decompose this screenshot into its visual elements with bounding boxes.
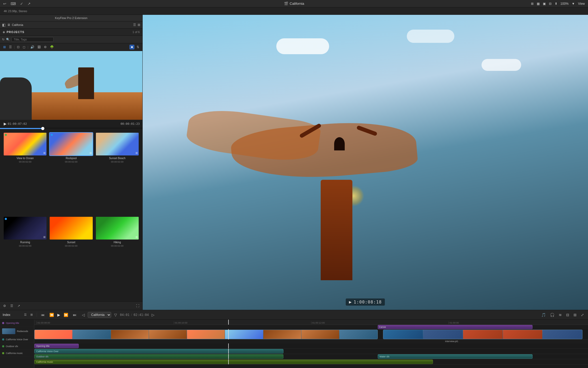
music-clip[interactable]: California music xyxy=(34,360,433,364)
clip-thumb-beach[interactable]: ⊞ xyxy=(95,132,139,156)
thumb-5 xyxy=(187,330,225,339)
canoe-label-clip: Canoe xyxy=(378,325,533,329)
clip-thumb-hiking[interactable]: ⊞ xyxy=(95,216,139,240)
track-row-opening[interactable]: Opening title xyxy=(34,343,588,349)
next-btn[interactable]: ⏩ xyxy=(62,312,69,318)
cloud-2 xyxy=(482,59,521,71)
index-tab-label[interactable]: Index xyxy=(3,313,10,317)
clip-thumb-sunset[interactable] xyxy=(49,216,93,240)
view-btn[interactable]: View xyxy=(578,2,585,6)
list-item[interactable]: ⊞ Sunset Beach 00:00:02:00 xyxy=(95,132,139,214)
grid-view-icon[interactable]: ⊞ xyxy=(138,23,140,27)
opening-title-clip[interactable]: Opening title xyxy=(34,344,79,348)
cloud-3 xyxy=(407,30,454,43)
track-row-music[interactable]: California music xyxy=(34,359,588,365)
clips-grid: ⊞ View to Ocean 00:00:02:00 ⊞ Rockpool 0… xyxy=(0,129,142,301)
audio-tool-btn[interactable]: 🎵 xyxy=(540,312,547,318)
audio-btn[interactable]: 🔊 xyxy=(29,45,35,49)
video-clip-canoe[interactable] xyxy=(383,330,582,339)
index-list-btn[interactable]: ☰ xyxy=(23,312,28,317)
video-clip-main[interactable] xyxy=(34,330,378,339)
track-label-voiceover[interactable]: California Voice Over xyxy=(0,336,34,343)
grid-view-btn[interactable]: ⊞ xyxy=(2,45,7,49)
tree-btn[interactable]: 🌳 xyxy=(49,45,55,49)
prev-btn[interactable]: ⏪ xyxy=(48,312,55,318)
main-preview-background xyxy=(143,15,588,310)
thumb-size-large-btn[interactable]: ◻ xyxy=(22,45,26,49)
viewer-play-icon[interactable]: ▶ xyxy=(349,300,352,304)
go-end-btn[interactable]: ⏭ xyxy=(72,312,78,318)
clip-thumb-running[interactable]: ⊞ xyxy=(3,216,47,240)
grid-icon[interactable]: ⊞ xyxy=(531,2,534,6)
layout-icon[interactable]: ▦ xyxy=(537,2,540,6)
voiceover-clip[interactable]: California Voice Over xyxy=(34,349,283,353)
expand-btn[interactable]: ▽ xyxy=(113,312,118,318)
waveform-btn[interactable]: ≋ xyxy=(557,312,563,318)
search-input[interactable] xyxy=(11,37,54,42)
go-start-btn[interactable]: ⏮ xyxy=(40,312,46,318)
undo-icon[interactable]: ↩ xyxy=(3,2,6,6)
search-icon: 🔍 xyxy=(6,38,10,41)
sort-btn[interactable]: ⇅ xyxy=(136,45,140,49)
prev-clip-btn[interactable]: ◁ xyxy=(81,312,86,318)
sidebar-toggle-icon[interactable]: ◧ xyxy=(2,23,6,27)
share-icon[interactable]: ↗ xyxy=(27,2,31,6)
settings-gear-btn[interactable]: ⚙ xyxy=(2,303,7,308)
interview-label: interview.pt1 xyxy=(444,340,459,343)
water-sfx-clip[interactable]: Water sfx xyxy=(378,354,533,359)
ruler-mark-4: 01:00:00 xyxy=(449,321,586,324)
video-status: 4K 23.98p, Stereo xyxy=(4,10,27,13)
index-grid-btn[interactable]: ⊞ xyxy=(29,312,34,317)
list-item[interactable]: ⊞ Running 00:00:02:00 xyxy=(3,216,47,298)
progress-bar[interactable] xyxy=(0,128,142,129)
settings-icon[interactable]: ⊟ xyxy=(549,2,552,6)
list-item[interactable]: ⊞ View to Ocean 00:00:02:00 xyxy=(3,132,47,214)
track-label-redwoods[interactable]: Redwoods xyxy=(0,326,34,336)
export2-btn[interactable]: ↗ xyxy=(16,303,21,308)
blue-view-btn[interactable]: ■ xyxy=(129,45,134,49)
list-item[interactable]: ⊞ Rockpool 00:00:02:00 xyxy=(49,132,93,214)
track-label-music[interactable]: California music xyxy=(0,350,34,357)
menu-bar-right: ⊞ ▦ ▣ ⊟ ⬆ 100% ▼ View xyxy=(531,2,585,6)
track-row-video[interactable] xyxy=(34,329,588,340)
clip-thumb-rockpool[interactable]: ⊞ xyxy=(49,132,93,156)
progress-handle[interactable] xyxy=(41,127,44,130)
refresh-icon[interactable]: ↻ xyxy=(2,38,4,41)
list-item[interactable]: ⊞ Hiking 00:00:02:00 xyxy=(95,216,139,298)
monitor-icon: 🖥 xyxy=(7,23,10,27)
track-row-sfx[interactable]: Outdoor sfx Water sfx xyxy=(34,354,588,359)
export-icon[interactable]: ⬆ xyxy=(555,2,557,6)
track-label-sfx[interactable]: Outdoor sfx xyxy=(0,343,34,350)
keyboard-icon[interactable]: ⌨ xyxy=(11,2,16,6)
outdoor-sfx-clip[interactable]: Outdoor sfx xyxy=(34,354,283,359)
next-clip-btn[interactable]: ▷ xyxy=(150,312,156,318)
photo-btn[interactable]: 🖼 xyxy=(36,45,42,49)
view-icon[interactable]: ▣ xyxy=(543,2,546,6)
preview-play-btn[interactable]: ▶ xyxy=(3,121,8,126)
clip-thumb-ocean[interactable]: ⊞ xyxy=(3,132,47,156)
zoom-fit-btn[interactable]: ⤢ xyxy=(580,312,585,318)
list-view-btn[interactable]: ☰ xyxy=(8,45,13,49)
blue-dot-icon2 xyxy=(5,218,7,220)
clip-info-icon4: ⊞ xyxy=(43,236,45,238)
clip-selector[interactable]: California xyxy=(88,312,111,318)
headphones-btn[interactable]: 🎧 xyxy=(549,312,556,318)
ruler-mark-1: 01:00:08:00 xyxy=(36,321,174,324)
clip-duration: 00:00:02:00 xyxy=(3,245,47,247)
list-item[interactable]: Sunset 00:00:02:00 xyxy=(49,216,93,298)
thumb-size-btn[interactable]: ⊡ xyxy=(16,45,21,49)
check-icon[interactable]: ✓ xyxy=(20,2,23,6)
keyflow-bottom-bar: ⚙ ☰ ↗ ⛶ xyxy=(0,301,142,310)
track-label-opening[interactable]: Opening title xyxy=(0,320,34,326)
zoom-level[interactable]: 100% xyxy=(561,2,569,6)
fullscreen-btn[interactable]: ⛶ xyxy=(135,303,140,308)
settings2-btn[interactable]: ⚙ xyxy=(43,45,48,49)
timeline-play-btn[interactable]: ▶ xyxy=(57,313,60,317)
list-settings-btn[interactable]: ☰ xyxy=(9,303,14,308)
expand2-btn[interactable]: ⊞ xyxy=(572,312,578,318)
list-icon[interactable]: ☰ xyxy=(133,23,136,27)
clip-name: Running xyxy=(3,241,47,244)
track-row-voiceover[interactable]: California Voice Over xyxy=(34,349,588,354)
split-btn[interactable]: ⊟ xyxy=(565,312,571,318)
track-name-opening: Opening title xyxy=(6,322,19,324)
